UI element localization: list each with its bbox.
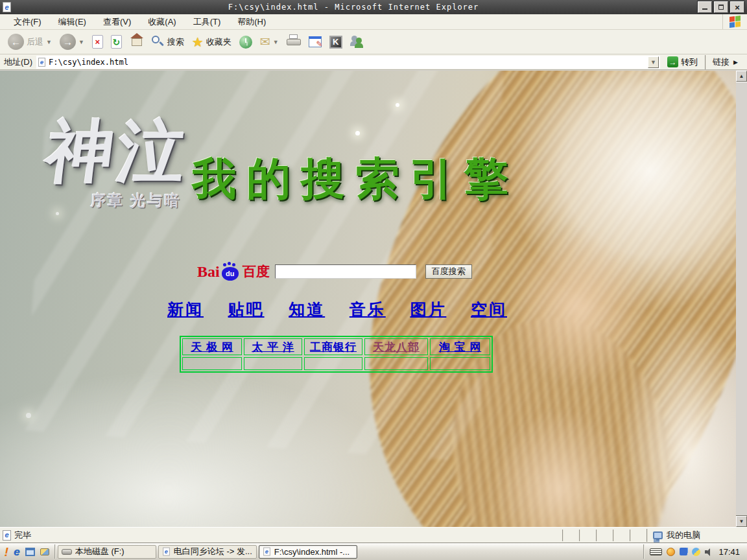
status-message-zone: 完毕 (3, 530, 562, 541)
stop-button[interactable]: × (88, 32, 107, 52)
table-cell: 太 平 洋 (244, 338, 302, 355)
task-label: 电白同乡论坛 -> 发... (174, 546, 252, 557)
forward-button[interactable]: → ▼ (56, 32, 88, 52)
task-label: 本地磁盘 (F:) (75, 546, 124, 557)
background-figure-belly (468, 382, 650, 527)
scrollbar-thumb[interactable] (736, 82, 747, 516)
address-page-icon (38, 58, 45, 67)
quick-launch: ! e (2, 544, 56, 559)
baidu-search-button[interactable]: 百度搜索 (425, 264, 472, 279)
go-arrow-icon: → (667, 56, 678, 67)
vertical-scrollbar[interactable]: ▲ ▼ (736, 71, 747, 527)
menu-view[interactable]: 查看(V) (95, 14, 139, 30)
internet-explorer-icon[interactable]: e (14, 546, 19, 557)
links-toolbar[interactable]: 链接 ▶ (705, 55, 744, 69)
search-label: 搜索 (167, 36, 184, 48)
mail-dropdown-icon[interactable]: ▼ (273, 39, 279, 45)
link-yesky[interactable]: 天 极 网 (191, 340, 233, 355)
tray-face-icon[interactable] (667, 548, 675, 556)
background-dress-right (604, 285, 747, 527)
table-cell-empty (304, 357, 362, 370)
link-tianlongbabu[interactable]: 天龙八部 (373, 340, 420, 355)
link-pconline[interactable]: 太 平 洋 (252, 340, 294, 355)
refresh-button[interactable]: ↻ (107, 32, 126, 52)
status-pane (630, 530, 646, 541)
table-cell: 天龙八部 (364, 338, 428, 355)
browser-viewport: 神泣 序章 光与暗 我的搜索引擎 Bai du 百度 百度搜索 新闻 贴吧 知道… (0, 71, 747, 527)
input-method-keyboard-icon[interactable] (650, 548, 662, 555)
scroll-up-icon[interactable]: ▲ (736, 71, 747, 82)
link-zhidao[interactable]: 知道 (289, 299, 325, 320)
menu-file[interactable]: 文件(F) (5, 14, 50, 30)
address-dropdown-icon[interactable]: ▼ (648, 56, 659, 68)
background-figure-skin (481, 200, 676, 414)
restore-button[interactable] (714, 1, 728, 13)
home-button[interactable] (126, 32, 148, 52)
taskbar-window-forum[interactable]: 电白同乡论坛 -> 发... (158, 545, 257, 559)
search-icon (152, 36, 165, 49)
scroll-down-icon[interactable]: ▼ (736, 516, 747, 527)
outlook-express-icon[interactable] (25, 548, 35, 556)
show-desktop-icon[interactable] (40, 548, 49, 555)
glow-particle (355, 131, 360, 135)
edit-icon (309, 36, 322, 47)
baidu-search-row: Bai du 百度 百度搜索 (197, 262, 472, 281)
search-button[interactable]: 搜索 (148, 32, 188, 52)
shaiya-logo-subtitle: 序章 光与暗 (91, 191, 189, 211)
links-label: 链接 (713, 56, 729, 68)
taskbar: ! e 本地磁盘 (F:) 电白同乡论坛 -> 发... F:\csy\inde… (0, 542, 747, 560)
title-bar: F:\csy\index.html - Microsoft Internet E… (0, 0, 747, 14)
favorites-button[interactable]: ★ 收藏夹 (188, 32, 235, 52)
menu-tools[interactable]: 工具(T) (185, 14, 230, 30)
minimize-button[interactable] (698, 1, 712, 13)
search-input[interactable] (275, 264, 416, 279)
background-mist (0, 371, 415, 527)
mail-button[interactable]: ✉ ▼ (256, 32, 283, 52)
tray-messenger-icon[interactable] (680, 548, 687, 555)
address-label: 地址(D) (4, 56, 32, 68)
menu-favorites[interactable]: 收藏(A) (139, 14, 184, 30)
ie-page-icon (263, 548, 270, 556)
messenger-button[interactable] (346, 32, 368, 52)
back-dropdown-icon[interactable]: ▼ (46, 39, 52, 45)
print-button[interactable] (283, 32, 305, 52)
favorites-label: 收藏夹 (206, 36, 231, 48)
quick-links-table: 天 极 网 太 平 洋 工商银行 天龙八部 淘 宝 网 (180, 336, 493, 373)
menu-edit[interactable]: 编辑(E) (50, 14, 95, 30)
mail-icon: ✉ (260, 34, 270, 49)
status-page-icon (3, 530, 11, 541)
link-taobao[interactable]: 淘 宝 网 (439, 340, 481, 355)
link-music[interactable]: 音乐 (350, 299, 386, 320)
taskbar-window-local-disk[interactable]: 本地磁盘 (F:) (58, 545, 156, 559)
volume-icon[interactable] (705, 548, 713, 555)
link-icbc[interactable]: 工商银行 (310, 340, 357, 355)
edit-button[interactable] (305, 32, 326, 52)
system-tray: 17:41 (643, 544, 745, 559)
menu-help[interactable]: 帮助(H) (229, 14, 274, 30)
link-space[interactable]: 空间 (471, 299, 507, 320)
links-expand-icon[interactable]: ▶ (733, 59, 738, 65)
address-input[interactable]: F:\csy\index.html ▼ (36, 56, 660, 69)
launcher-icon[interactable]: ! (3, 546, 10, 558)
back-button[interactable]: ← 后退 ▼ (4, 32, 56, 52)
table-cell: 工商银行 (304, 338, 362, 355)
forward-dropdown-icon[interactable]: ▼ (78, 39, 84, 45)
go-label: 转到 (681, 56, 698, 68)
tray-downloader-icon[interactable] (692, 548, 700, 556)
history-button[interactable] (235, 32, 256, 52)
windows-logo-icon (729, 16, 741, 28)
kaspersky-button[interactable]: K (326, 32, 346, 52)
table-cell: 天 极 网 (182, 338, 242, 355)
go-button[interactable]: → 转到 (664, 56, 701, 69)
link-tieba[interactable]: 贴吧 (228, 299, 265, 320)
link-news[interactable]: 新闻 (167, 299, 204, 320)
taskbar-window-index-active[interactable]: F:\csy\index.html -... (259, 545, 357, 559)
table-cell-empty (364, 357, 428, 370)
link-images[interactable]: 图片 (410, 299, 446, 320)
background-hair-strand (428, 298, 694, 527)
address-value[interactable]: F:\csy\index.html (49, 58, 648, 67)
ie-page-icon (163, 548, 169, 556)
close-button[interactable]: × (730, 1, 744, 13)
baidu-nav-links: 新闻 贴吧 知道 音乐 图片 空间 (167, 299, 507, 320)
background-dress-top (507, 71, 747, 310)
